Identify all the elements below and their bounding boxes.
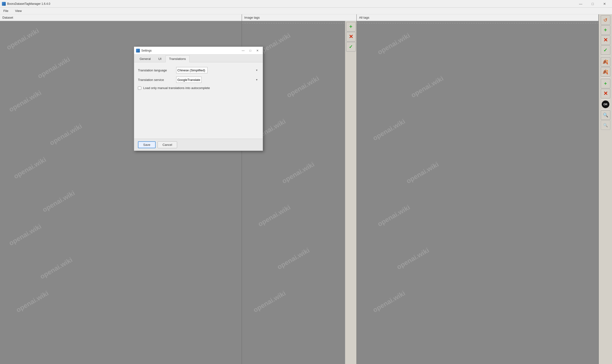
translation-language-row: Translation language Chinese (Simplified… — [138, 67, 259, 73]
app-title: BooruDatasetTagManager 1.6.4.0 — [7, 2, 575, 5]
all-tags-dashed — [357, 21, 598, 23]
watermark-6: openai.wiki — [41, 189, 76, 214]
zoom-out-button[interactable]: 🔍 — [601, 120, 610, 130]
cancel-button[interactable]: Cancel — [157, 141, 177, 148]
watermark-7: openai.wiki — [8, 222, 43, 247]
wm-it-5: openai.wiki — [257, 203, 292, 228]
toolbar-sep-3 — [601, 99, 610, 100]
confirm-all-button[interactable]: ✓ — [601, 45, 610, 55]
watermark-9: openai.wiki — [15, 289, 50, 314]
dialog-controls: — □ ✕ — [240, 48, 261, 53]
dialog-maximize-button[interactable]: □ — [247, 48, 254, 53]
dialog-content: Translation language Chinese (Simplified… — [134, 62, 263, 139]
wm-it-6: openai.wiki — [276, 246, 311, 271]
translation-service-row: Translation service GoogleTranslate Deep… — [138, 77, 259, 83]
leaf1-button[interactable]: 🍂 — [601, 57, 610, 66]
dialog-tabs: General UI Translations — [134, 54, 263, 62]
all-tags-panel: All tags openai.wiki openai.wiki openai.… — [357, 14, 598, 364]
toolbar-sep-1 — [601, 56, 610, 56]
settings-dialog: Settings — □ ✕ General UI Translations T… — [134, 47, 263, 151]
title-bar: BooruDatasetTagManager 1.6.4.0 — □ ✕ — [0, 0, 612, 8]
wm-at-6: openai.wiki — [395, 246, 431, 271]
save-button[interactable]: Save — [138, 141, 156, 148]
file-menu[interactable]: File — [2, 9, 10, 13]
translation-service-select-wrapper: GoogleTranslate DeepL Manual — [176, 77, 259, 83]
dialog-footer: Save Cancel — [134, 139, 263, 151]
remove-all-button[interactable]: ✕ — [601, 35, 610, 45]
leaf2-button[interactable]: 🍂 — [601, 67, 610, 77]
all-tags-header: All tags — [357, 14, 598, 21]
image-tags-toolbar: + ✕ ✓ — [345, 21, 356, 364]
tab-translations[interactable]: Translations — [166, 55, 189, 62]
dialog-icon — [136, 49, 140, 52]
add-all-button[interactable]: + — [601, 25, 610, 35]
dialog-close-button[interactable]: ✕ — [254, 48, 261, 53]
or-button[interactable]: OR — [602, 101, 609, 108]
translation-language-select-wrapper: Chinese (Simplified) Chinese (Traditiona… — [176, 67, 259, 73]
menu-bar: File View — [0, 8, 612, 14]
close-button[interactable]: ✕ — [599, 0, 610, 8]
watermark-4: openai.wiki — [48, 122, 83, 147]
window-controls: — □ ✕ — [575, 0, 610, 8]
toolbar-sep-4 — [601, 109, 610, 109]
watermark-3: openai.wiki — [8, 89, 43, 113]
translation-service-select[interactable]: GoogleTranslate DeepL Manual — [176, 77, 202, 83]
wm-at-2: openai.wiki — [410, 75, 445, 99]
maximize-button[interactable]: □ — [587, 0, 598, 8]
manual-translations-checkbox[interactable] — [138, 86, 141, 90]
view-menu[interactable]: View — [14, 9, 23, 13]
all-tags-body: openai.wiki openai.wiki openai.wiki open… — [357, 21, 598, 364]
all-tags-watermarks: openai.wiki openai.wiki openai.wiki open… — [357, 21, 598, 364]
add-tag-button[interactable]: + — [346, 22, 356, 31]
tab-ui[interactable]: UI — [155, 55, 165, 62]
dialog-minimize-button[interactable]: — — [240, 48, 247, 53]
right-toolbar: ↺ + ✕ ✓ 🍂 🍂 + ✕ OR 🔍 🔍 — [598, 14, 612, 364]
watermark-8: openai.wiki — [39, 256, 74, 280]
refresh-button[interactable]: ↺ — [601, 15, 610, 25]
all-tags-label: All tags — [359, 16, 369, 19]
app-icon — [2, 2, 6, 6]
wm-it-4: openai.wiki — [281, 160, 316, 185]
image-tags-label: Image tags — [244, 16, 260, 19]
watermark-2: openai.wiki — [36, 55, 71, 80]
translation-language-select[interactable]: Chinese (Simplified) Chinese (Traditiona… — [176, 67, 208, 73]
manual-translations-row: Load only manual translations into autoc… — [138, 86, 259, 90]
main-layout: Dataset openai.wiki openai.wiki openai.w… — [0, 14, 612, 364]
tab-general[interactable]: General — [136, 55, 154, 62]
add-filter-button[interactable]: + — [601, 79, 610, 88]
wm-it-7: openai.wiki — [252, 289, 287, 314]
translation-service-label: Translation service — [138, 78, 176, 82]
dashed-separator — [242, 21, 356, 23]
translation-language-label: Translation language — [138, 68, 176, 72]
minimize-button[interactable]: — — [575, 0, 586, 8]
remove-filter-button[interactable]: ✕ — [601, 89, 610, 98]
watermark-5: openai.wiki — [13, 156, 48, 180]
dialog-title: Settings — [141, 49, 240, 52]
confirm-tag-button[interactable]: ✓ — [346, 42, 356, 52]
wm-at-3: openai.wiki — [372, 117, 407, 142]
manual-translations-label: Load only manual translations into autoc… — [143, 86, 210, 90]
dialog-titlebar: Settings — □ ✕ — [134, 47, 263, 54]
zoom-in-button[interactable]: 🔍 — [601, 110, 610, 120]
remove-tag-button[interactable]: ✕ — [346, 32, 356, 41]
wm-at-7: openai.wiki — [372, 289, 407, 314]
watermark-1: openai.wiki — [5, 27, 41, 51]
wm-it-2: openai.wiki — [285, 75, 320, 99]
wm-at-1: openai.wiki — [376, 31, 411, 56]
dataset-header: Dataset — [0, 14, 242, 21]
wm-at-4: openai.wiki — [405, 160, 440, 185]
toolbar-sep-2 — [601, 78, 610, 78]
image-tags-header: Image tags — [242, 14, 356, 21]
dataset-label: Dataset — [2, 16, 13, 19]
wm-at-5: openai.wiki — [376, 203, 411, 228]
